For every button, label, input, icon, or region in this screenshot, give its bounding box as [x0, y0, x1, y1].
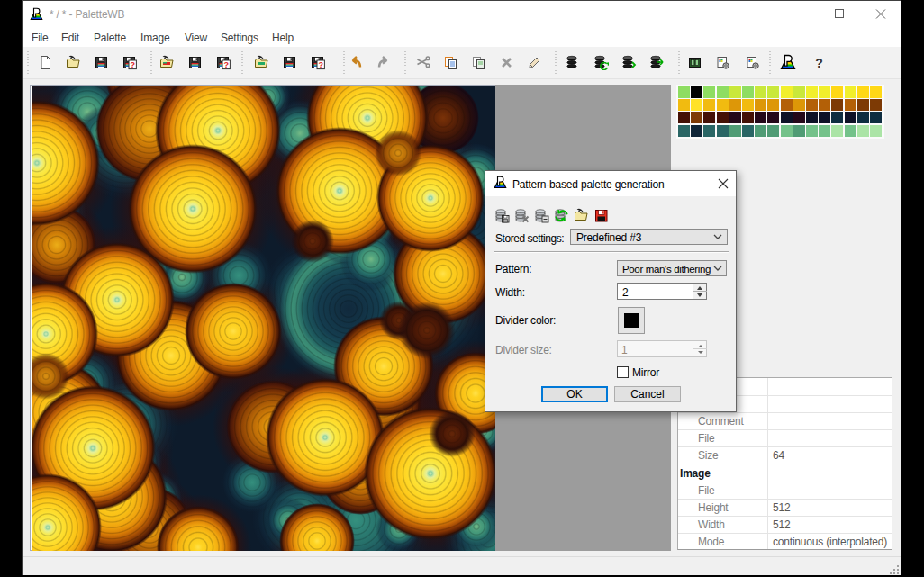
svg-text:?: ? — [318, 60, 323, 69]
svg-text:?: ? — [130, 60, 135, 69]
svg-text:?: ? — [815, 56, 823, 70]
svg-text:?: ? — [223, 60, 229, 69]
